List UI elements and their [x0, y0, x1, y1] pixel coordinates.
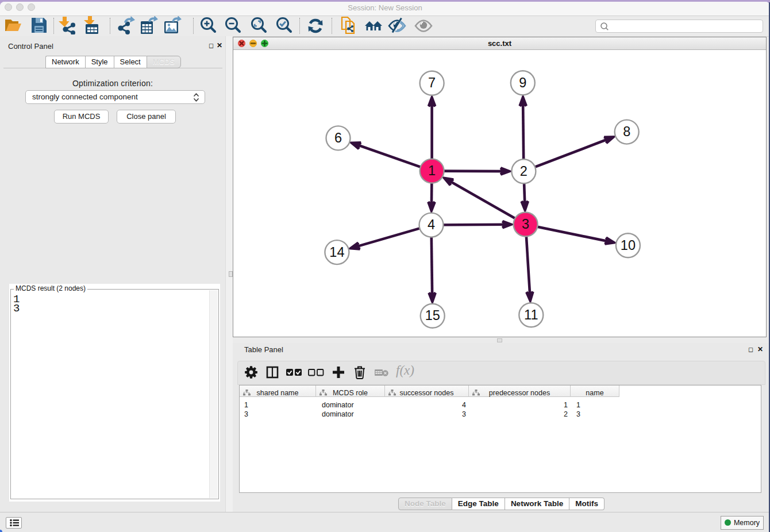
- svg-text:10: 10: [621, 238, 636, 253]
- svg-text:7: 7: [428, 75, 436, 90]
- svg-text:6: 6: [334, 130, 342, 145]
- svg-text:14: 14: [329, 245, 344, 260]
- svg-text:2: 2: [520, 164, 528, 179]
- svg-text:3: 3: [522, 217, 529, 232]
- svg-text:8: 8: [623, 124, 630, 139]
- svg-text:11: 11: [524, 307, 538, 322]
- svg-text:4: 4: [428, 217, 435, 232]
- svg-text:15: 15: [425, 308, 440, 323]
- svg-text:9: 9: [519, 75, 526, 90]
- svg-text:1: 1: [428, 163, 436, 178]
